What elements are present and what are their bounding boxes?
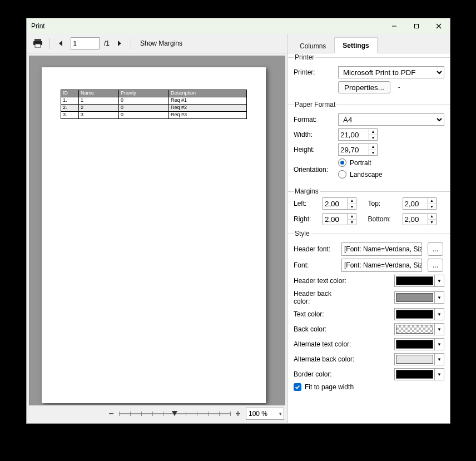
paper-format-select[interactable]: A4	[338, 113, 444, 126]
alt-text-color-picker[interactable]: ▼	[394, 338, 444, 350]
paper-height-spinner[interactable]: ▲▼	[338, 143, 378, 156]
group-paper-format: Paper Format Format: A4 Width: ▲▼	[288, 101, 450, 187]
next-page-icon[interactable]	[113, 37, 126, 50]
window-title: Print	[31, 22, 45, 30]
border-color-picker[interactable]: ▼	[394, 368, 444, 380]
margin-bottom-spinner[interactable]: ▲▼	[403, 213, 445, 225]
zoom-out-button[interactable]: −	[107, 409, 116, 418]
zoom-level-value: 100 %	[249, 410, 267, 418]
margin-left-spinner[interactable]: ▲▼	[323, 197, 365, 210]
zoom-level-select[interactable]: 100 % ▾	[246, 408, 284, 420]
table-row: 2.20Req #2	[61, 104, 247, 111]
header-back-color-picker[interactable]: ▼	[394, 291, 444, 304]
titlebar: Print	[27, 18, 450, 34]
font-display: [Font: Name=Verdana, Siz	[341, 259, 422, 272]
paper-width-spinner[interactable]: ▲▼	[338, 128, 378, 141]
width-label: Width:	[294, 131, 335, 138]
group-legend: Paper Format	[294, 101, 336, 108]
tab-settings[interactable]: Settings	[334, 37, 377, 53]
header-font-label: Header font:	[294, 245, 338, 253]
alt-back-color-picker[interactable]: ▼	[394, 353, 444, 365]
table-row: 3.30Req #3	[61, 111, 247, 118]
settings-panel: Printer Printer: Microsoft Print to PDF …	[288, 53, 450, 423]
header-text-color-picker[interactable]: ▼	[394, 275, 444, 287]
group-style: Style Header font: [Font: Name=Verdana, …	[288, 230, 450, 398]
zoom-in-button[interactable]: +	[234, 409, 242, 418]
zoom-bar: − + 100 % ▾	[27, 405, 287, 423]
group-legend: Style	[294, 230, 311, 237]
printer-label: Printer:	[294, 68, 335, 76]
svg-rect-1	[415, 24, 419, 28]
col-header: Description	[169, 90, 247, 97]
margin-bottom-label: Bottom:	[368, 215, 399, 223]
page-number-input[interactable]	[71, 37, 100, 49]
margin-left-label: Left:	[294, 200, 319, 207]
maximize-button[interactable]	[405, 19, 428, 33]
paper-height-input[interactable]	[338, 143, 369, 156]
header-font-display: [Font: Name=Verdana, Siz	[341, 242, 422, 256]
tab-columns[interactable]: Columns	[291, 38, 334, 53]
margin-top-label: Top:	[368, 200, 399, 207]
printer-select[interactable]: Microsoft Print to PDF	[338, 66, 444, 78]
svg-marker-8	[118, 41, 121, 46]
zoom-slider[interactable]	[119, 409, 230, 419]
margin-right-label: Right:	[294, 215, 319, 223]
group-printer: Printer Printer: Microsoft Print to PDF …	[288, 53, 450, 101]
page-preview: ID Name Priority Description 1.10Req #1 …	[42, 67, 266, 403]
preview-toolbar: /1 Show Margins	[27, 34, 287, 53]
prev-page-icon[interactable]	[54, 37, 67, 50]
paper-width-input[interactable]	[338, 128, 369, 141]
group-legend: Margins	[294, 187, 320, 195]
group-legend: Printer	[294, 53, 315, 61]
preview-area: ID Name Priority Description 1.10Req #1 …	[29, 56, 285, 405]
show-margins-label: Show Margins	[140, 39, 182, 47]
print-dialog: Print	[26, 18, 450, 424]
page-total-label: /1	[104, 39, 110, 47]
svg-marker-7	[59, 41, 62, 46]
text-color-picker[interactable]: ▼	[394, 308, 444, 320]
margin-right-spinner[interactable]: ▲▼	[323, 213, 365, 225]
margin-top-spinner[interactable]: ▲▼	[403, 197, 445, 210]
border-color-label: Border color:	[294, 370, 349, 378]
format-label: Format:	[294, 116, 335, 123]
header-back-color-label: Header back color:	[294, 290, 349, 305]
svg-rect-6	[35, 44, 41, 47]
orientation-portrait-radio[interactable]: Portrait	[338, 158, 371, 167]
header-font-browse-button[interactable]: ...	[428, 242, 443, 256]
header-text-color-label: Header text color:	[294, 277, 349, 285]
font-label: Font:	[294, 261, 338, 269]
window-controls	[383, 19, 450, 33]
fit-to-page-checkbox[interactable]: Fit to page width	[294, 383, 354, 391]
height-label: Height:	[294, 146, 335, 153]
table-row: 1.10Req #1	[61, 97, 247, 104]
group-margins: Margins Left: ▲▼ Top: ▲▼ Right:	[288, 187, 450, 230]
show-margins-button[interactable]: Show Margins	[136, 37, 187, 50]
printer-properties-button[interactable]: Properties...	[338, 81, 390, 93]
col-header: Name	[79, 90, 119, 97]
svg-rect-4	[34, 39, 41, 41]
back-color-label: Back color:	[294, 325, 349, 333]
orientation-landscape-radio[interactable]: Landscape	[338, 170, 383, 179]
fit-to-page-label: Fit to page width	[305, 383, 354, 391]
printer-status: -	[398, 83, 400, 91]
col-header: Priority	[119, 90, 169, 97]
chevron-down-icon: ▾	[279, 411, 282, 417]
alt-back-color-label: Alternate back color:	[294, 355, 360, 363]
font-browse-button[interactable]: ...	[428, 259, 443, 272]
print-icon[interactable]	[31, 37, 44, 50]
back-color-picker[interactable]: ▼	[394, 323, 444, 335]
text-color-label: Text color:	[294, 310, 349, 318]
minimize-button[interactable]	[383, 19, 405, 33]
settings-tabstrip: Columns Settings	[288, 34, 450, 53]
alt-text-color-label: Alternate text color:	[294, 340, 360, 348]
close-button[interactable]	[428, 19, 450, 33]
preview-table: ID Name Priority Description 1.10Req #1 …	[61, 90, 247, 119]
orientation-label: Orientation:	[294, 166, 335, 174]
col-header: ID	[61, 90, 79, 97]
